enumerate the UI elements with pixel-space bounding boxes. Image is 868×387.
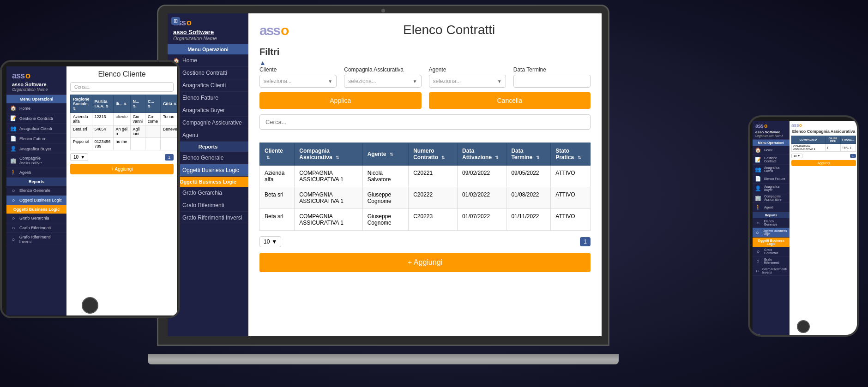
p-grafo-inv-label: Grafo Riferimenti Inversi — [762, 268, 787, 274]
p-buyer-icon: 👤 — [755, 185, 761, 191]
add-button[interactable]: + Aggiungi — [259, 253, 591, 272]
p-elenco[interactable]: ○Elenco Generale — [753, 218, 790, 228]
filter-cliente-select[interactable]: seleziona... ▼ — [259, 75, 337, 88]
apply-button[interactable]: Applica — [259, 92, 422, 109]
phone-add-btn[interactable]: Aggiungi — [791, 160, 856, 166]
tcol-partita[interactable]: Partita I.V.A. ⇅ — [92, 95, 113, 113]
t-fatture-icon: 📄 — [10, 136, 17, 142]
pcell-1: COMPAGNIA ASSICURATIVA 1 — [792, 144, 826, 152]
pagination-select[interactable]: 10 ▼ — [259, 236, 281, 247]
tcol-citta[interactable]: Città ⇅ — [161, 95, 177, 113]
p-gestione[interactable]: 📝Gestione Contratti — [753, 155, 790, 165]
tablet-home-button[interactable] — [82, 297, 98, 314]
table-cell: COMPAGNIA ASSICURATIVA 1 — [295, 187, 362, 209]
filter-compagnia-select[interactable]: seleziona... ▼ — [344, 75, 421, 88]
tablet-table-cell — [145, 125, 161, 138]
p-grafo-ger[interactable]: ○Grafo Gerarchia — [753, 247, 790, 256]
tablet-anagrafica[interactable]: 👥 Anagrafica Clienti — [6, 124, 66, 134]
col-data-att[interactable]: Data Attivazione ⇅ — [458, 143, 506, 166]
phone-pagination[interactable]: 10 ▼ — [791, 154, 802, 158]
tablet-table-cell: Agli iani — [130, 125, 145, 138]
pagination-arrow: ▼ — [271, 238, 277, 245]
col-data-ter[interactable]: Data Termine ⇅ — [506, 143, 551, 166]
table-cell: 01/11/2022 — [506, 209, 551, 231]
laptop-logo-o: o — [281, 23, 289, 38]
p-logo-area: asso — [791, 123, 802, 128]
table-cell: COMPAGNIA ASSICURATIVA 1 — [295, 209, 362, 231]
tablet-grafo-ger[interactable]: ○ Grafo Gerarchia — [6, 214, 66, 223]
tablet-add-btn[interactable]: + Aggiungi — [70, 164, 174, 174]
table-cell: Giuseppe Cognome — [362, 187, 408, 209]
p-anagrafica[interactable]: 👥Anagrafica Clienti — [753, 165, 790, 174]
p-grafo-rif-label: Grafo Riferimenti — [764, 258, 787, 264]
filter-agente-select[interactable]: seleziona... ▼ — [429, 75, 506, 88]
p-grafo-inv[interactable]: ○Grafo Riferimenti Inversi — [753, 266, 790, 276]
filter-cliente-arrow: ▼ — [328, 79, 332, 84]
tablet-oggetti[interactable]: ○ Oggetti Business Logic — [6, 196, 66, 205]
tablet-home[interactable]: 🏠 Home — [6, 103, 66, 113]
filter-agente-label: Agente — [429, 66, 506, 73]
filter-agente: Agente seleziona... ▼ — [429, 66, 506, 88]
p-fatture[interactable]: 📄Elenco Fatture — [753, 174, 790, 184]
tcol-ili[interactable]: Ili... ⇅ — [113, 95, 130, 113]
tablet-table-row: Azienda alfa12313clienteGio vanniCo come… — [71, 113, 178, 125]
p-oggetti-label: Oggetti Business Logic — [762, 229, 787, 236]
p-grafo-ger-icon: ○ — [755, 249, 761, 254]
filter-cliente-text: seleziona... — [264, 78, 292, 84]
table-cell: 09/02/2022 — [458, 166, 506, 187]
table-row: Azienda alfaCOMPAGNIA ASSICURATIVA 1Nico… — [260, 166, 591, 187]
tcol-ragione[interactable]: Ragione Sociale ⇅ — [71, 95, 92, 113]
t-grafo-inv-icon: ○ — [10, 237, 17, 242]
tablet-fatture[interactable]: 📄 Elenco Fatture — [6, 134, 66, 144]
t-home-icon: 🏠 — [10, 105, 17, 111]
tablet-grafo-rif[interactable]: ○ Grafo Riferimenti — [6, 223, 66, 233]
p-compagnie-icon: 🏢 — [755, 195, 761, 201]
tablet-grafo-inv[interactable]: ○ Grafo Riferimenti Inversi — [6, 233, 66, 246]
table-cell: COMPAGNIA ASSICURATIVA 1 — [295, 166, 362, 187]
cancel-button[interactable]: Cancella — [429, 92, 591, 109]
tablet-table-cell — [130, 138, 145, 150]
tablet-table-cell: Co come — [145, 113, 161, 125]
t-agenti-icon: 🚶 — [10, 169, 17, 175]
p-grafo-rif-icon: ○ — [755, 258, 761, 264]
p-oggetti[interactable]: ○Oggetti Business Logic — [753, 228, 790, 238]
tablet-pagination[interactable]: 10 ▼ — [70, 153, 88, 161]
tablet-reports-header: Reports — [6, 178, 66, 186]
p-compagnie[interactable]: 🏢Compagnie Assicurative — [753, 193, 790, 203]
phone-table: COMPAGN IA GIUSE PPE FRANC... COMPAGNIA … — [791, 136, 856, 152]
col-compagnia[interactable]: Compagnia Assicurativa ⇅ — [295, 143, 362, 166]
filter-data-termine-input[interactable] — [513, 75, 591, 88]
p-grafo-ger-label: Grafo Gerarchia — [764, 248, 787, 255]
filters-chevron[interactable]: ▲ — [259, 59, 591, 66]
phone-home-button[interactable] — [797, 320, 810, 333]
tablet-buyer[interactable]: 👤 Anagrafica Buyer — [6, 144, 66, 154]
tablet-gestione[interactable]: 📝 Gestione Contratti — [6, 113, 66, 124]
sidebar-grafo-inv-label: Grafo Riferimenti Inversi — [182, 214, 242, 221]
tablet-compagnie[interactable]: 🏢 Compagnie Assicurative — [6, 154, 66, 167]
p-agenti-label: Agenti — [764, 206, 773, 209]
move-icon[interactable]: ⊞ — [171, 17, 180, 25]
table-cell: 01/08/2022 — [506, 187, 551, 209]
col-numero[interactable]: Numero Contratto ⇅ — [409, 143, 458, 166]
tcol-c[interactable]: C... ⇅ — [145, 95, 161, 113]
tablet-agenti[interactable]: 🚶 Agenti — [6, 167, 66, 178]
tablet-table-cell: 54654 — [92, 125, 113, 138]
p-buyer[interactable]: 👤Anagrafica Buyer — [753, 184, 790, 193]
tablet-elenco[interactable]: ○ Elenco Generale — [6, 186, 66, 196]
pagination-value: 10 — [264, 238, 270, 245]
p-home[interactable]: 🏠Home — [753, 146, 790, 155]
table-cell: C20223 — [409, 209, 458, 231]
tablet-search[interactable] — [70, 82, 174, 92]
filter-actions: Applica Cancella — [259, 92, 591, 109]
p-agenti[interactable]: 🚶Agenti — [753, 203, 790, 212]
col-stato[interactable]: Stato Pratica ⇅ — [551, 143, 591, 166]
tablet-main: Elenco Cliente Ragione Sociale ⇅ Partita… — [66, 66, 177, 316]
col-cliente[interactable]: Cliente ⇅ — [260, 143, 295, 166]
tcol-n[interactable]: N... ⇅ — [130, 95, 145, 113]
search-input[interactable] — [259, 114, 591, 130]
table-cell: Azienda alfa — [260, 166, 295, 187]
tablet-org: Organization Name — [12, 87, 61, 92]
p-grafo-rif[interactable]: ○Grafo Riferimenti — [753, 256, 790, 266]
col-agente[interactable]: Agente ⇅ — [362, 143, 408, 166]
pcol-2: GIUSE PPE — [825, 136, 840, 144]
